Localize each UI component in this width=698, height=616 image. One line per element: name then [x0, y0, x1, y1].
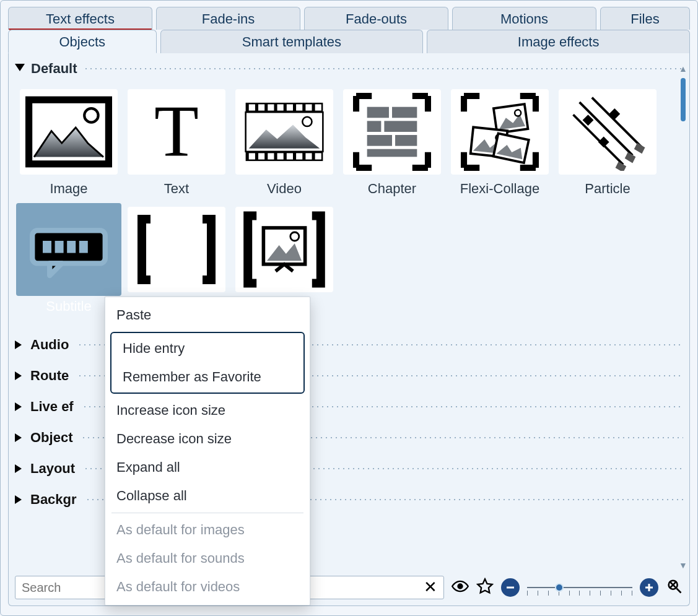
svg-rect-5	[249, 104, 255, 110]
particle-icon	[564, 93, 651, 171]
section-default[interactable]: Default	[15, 61, 683, 77]
menu-paste[interactable]: Paste	[105, 301, 310, 329]
svg-rect-43	[55, 241, 64, 253]
tab-smart-templates[interactable]: Smart templates	[160, 30, 424, 53]
text-icon: T	[133, 93, 220, 171]
favorite-icon[interactable]	[476, 578, 494, 597]
scroll-thumb[interactable]	[681, 78, 686, 121]
context-menu: Paste Hide entry Remember as Favorite In…	[105, 297, 310, 605]
object-chapter[interactable]: Chapter	[339, 85, 445, 197]
zoom-in-button[interactable]	[640, 578, 658, 597]
svg-rect-34	[494, 134, 529, 163]
svg-point-47	[290, 232, 299, 241]
object-image[interactable]: Image	[16, 85, 121, 197]
svg-marker-49	[478, 579, 492, 592]
svg-rect-10	[296, 104, 302, 110]
svg-point-1	[84, 108, 98, 122]
object-label: Particle	[585, 181, 630, 197]
svg-point-31	[514, 110, 521, 116]
object-label: Text	[164, 181, 189, 197]
image-icon	[25, 93, 112, 171]
collapse-icon	[15, 64, 25, 71]
object-flexi-collage[interactable]: Flexi-Collage	[447, 85, 552, 197]
menu-increase-icon[interactable]: Increase icon size	[105, 396, 310, 425]
section-label: Default	[31, 61, 77, 77]
menu-expand-all[interactable]: Expand all	[105, 453, 310, 482]
svg-rect-20	[315, 153, 321, 159]
svg-rect-16	[277, 153, 284, 159]
tab-fade-outs[interactable]: Fade-outs	[304, 7, 448, 30]
expand-icon	[15, 402, 22, 411]
menu-default-sounds: As default for sounds	[105, 544, 310, 573]
svg-text:T: T	[154, 93, 199, 171]
scroll-up-icon[interactable]: ▲	[678, 64, 688, 74]
icon-size-slider[interactable]	[527, 578, 632, 597]
svg-point-48	[458, 584, 463, 589]
menu-hide-entry[interactable]: Hide entry	[111, 334, 303, 363]
tabs-row-1: Text effects Fade-ins Fade-outs Motions …	[8, 7, 690, 30]
expand-icon	[15, 464, 22, 473]
object-text[interactable]: T Text	[124, 85, 229, 197]
svg-rect-15	[268, 153, 274, 159]
svg-rect-14	[258, 153, 264, 159]
svg-rect-24	[392, 107, 417, 118]
chapter-icon	[349, 93, 435, 171]
object-label: Video	[267, 181, 302, 197]
video-icon	[241, 93, 328, 171]
svg-rect-13	[249, 153, 255, 159]
menu-decrease-icon[interactable]: Decrease icon size	[105, 425, 310, 453]
svg-rect-11	[305, 104, 312, 110]
expand-icon	[15, 433, 22, 442]
svg-rect-26	[384, 121, 417, 132]
object-label: Chapter	[368, 181, 416, 197]
svg-rect-12	[315, 104, 321, 110]
flexi-collage-icon	[456, 93, 543, 171]
svg-rect-45	[79, 241, 88, 253]
reset-zoom-icon[interactable]	[666, 578, 683, 597]
tab-files[interactable]: Files	[600, 7, 690, 30]
visibility-icon[interactable]	[452, 578, 469, 597]
svg-rect-6	[258, 104, 264, 110]
tab-objects[interactable]: Objects	[8, 30, 157, 53]
svg-rect-28	[395, 135, 417, 146]
menu-collapse-all[interactable]: Collapse all	[105, 482, 310, 510]
tab-motions[interactable]: Motions	[452, 7, 596, 30]
expand-icon	[15, 341, 22, 349]
svg-rect-8	[277, 104, 284, 110]
tab-text-effects[interactable]: Text effects	[8, 7, 152, 30]
svg-rect-27	[367, 135, 392, 146]
menu-default-videos: As default for videos	[105, 573, 310, 601]
tab-fade-ins[interactable]: Fade-ins	[156, 7, 300, 30]
svg-point-22	[302, 117, 312, 126]
expand-icon	[15, 495, 22, 504]
svg-rect-25	[367, 121, 382, 132]
object-particle[interactable]: Particle	[555, 85, 660, 197]
clear-search-icon[interactable]: ✕	[422, 579, 438, 596]
object-video[interactable]: Video	[232, 85, 337, 197]
svg-line-54	[677, 589, 681, 593]
menu-separator	[111, 513, 303, 513]
menu-default-images: As default for images	[105, 516, 310, 544]
placeholder-image-icon	[241, 210, 328, 288]
svg-rect-40	[598, 136, 609, 147]
subtitle-icon	[25, 210, 112, 288]
object-label: Image	[50, 181, 87, 197]
svg-rect-9	[287, 104, 293, 110]
scroll-down-icon[interactable]: ▼	[678, 561, 688, 571]
svg-rect-44	[67, 241, 76, 253]
expand-icon	[15, 371, 22, 380]
object-label: Subtitle	[46, 298, 91, 315]
tabs-row-2: Objects Smart templates Image effects	[8, 30, 690, 53]
objects-grid: Image T Text	[16, 85, 683, 315]
svg-rect-7	[268, 104, 274, 110]
object-label: Flexi-Collage	[460, 181, 539, 197]
zoom-out-button[interactable]	[501, 578, 520, 597]
svg-rect-42	[43, 241, 51, 253]
tab-image-effects[interactable]: Image effects	[427, 30, 690, 53]
svg-rect-29	[367, 149, 417, 157]
svg-rect-23	[367, 107, 389, 118]
placeholder-icon	[133, 210, 220, 288]
menu-remember-favorite[interactable]: Remember as Favorite	[111, 363, 303, 391]
svg-rect-17	[287, 153, 293, 159]
scrollbar[interactable]: ▲ ▼	[678, 64, 688, 571]
